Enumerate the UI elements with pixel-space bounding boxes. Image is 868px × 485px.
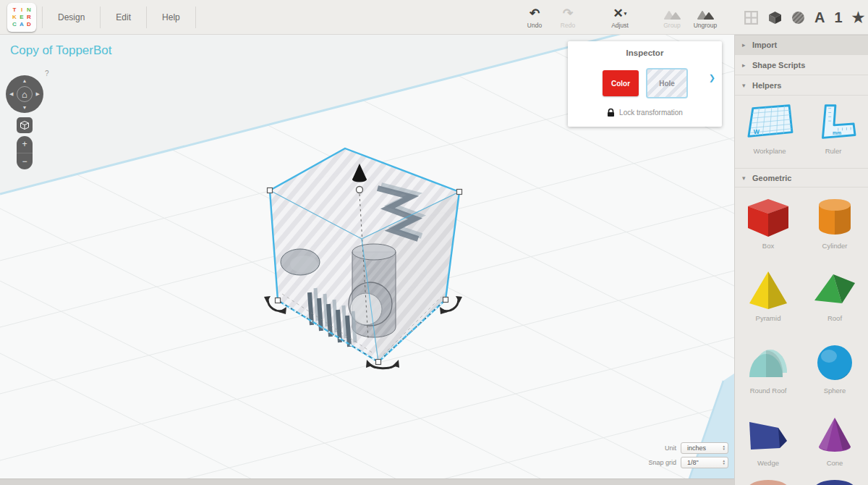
sidebar-section-import[interactable]: ▸ Import — [735, 35, 868, 55]
adjust-button[interactable]: ✕▾ Adjust — [603, 7, 637, 29]
menu-divider — [195, 7, 196, 28]
box-shape-icon — [742, 195, 794, 240]
top-bar: T I N K E R C A D Design Edit Help ↶ Und… — [0, 0, 868, 35]
height-handle[interactable] — [357, 187, 363, 193]
inspector-collapse-icon[interactable]: ❯ — [709, 73, 715, 83]
shape-label: Roof — [827, 314, 842, 322]
view-cube-button[interactable] — [17, 117, 33, 133]
toolbar: ↶ Undo ↷ Redo ✕▾ Adjust Group — [518, 0, 722, 35]
shape-label: Sphere — [824, 387, 846, 395]
shape-label: Round Roof — [750, 387, 787, 395]
3d-viewport[interactable]: Copy of TopperBot ▲ ▼ ◀ ▶ ⌂ ? + − Inspec… — [0, 35, 734, 485]
zoom-out-button[interactable]: − — [17, 153, 33, 170]
main-menu: Design Edit Help — [42, 0, 196, 35]
menu-design[interactable]: Design — [43, 0, 100, 35]
scale-handle[interactable] — [376, 360, 381, 365]
orbit-up-icon[interactable]: ▲ — [22, 78, 27, 83]
svg-text:mm: mm — [833, 130, 841, 135]
scale-handle[interactable] — [276, 298, 281, 303]
shape-label: Cylinder — [822, 242, 848, 250]
orbit-left-icon[interactable]: ◀ — [9, 91, 13, 97]
svg-text:W: W — [754, 128, 760, 135]
home-icon: ⌂ — [22, 89, 27, 100]
tinkercad-app: T I N K E R C A D Design Edit Help ↶ Und… — [0, 0, 868, 485]
ungroup-icon — [696, 7, 715, 21]
shape-item-box[interactable]: Box — [735, 190, 801, 263]
bottom-edge-bar — [0, 478, 734, 485]
sphere-shape-icon — [809, 340, 861, 384]
lock-transformation-toggle[interactable]: Lock transformation — [568, 108, 722, 117]
inspector-title: Inspector — [568, 48, 722, 57]
home-view-button[interactable]: ⌂ — [17, 86, 33, 102]
helper-label: Ruler — [825, 147, 842, 155]
cylinder-shape-icon — [809, 195, 861, 240]
ungroup-button[interactable]: Ungroup — [689, 7, 722, 29]
shape-label: Box — [762, 242, 774, 250]
helper-item-workplane[interactable]: W Workplane — [739, 101, 800, 168]
zoom-controls: + − — [17, 136, 33, 169]
undo-button[interactable]: ↶ Undo — [518, 7, 551, 29]
shape-item-partial[interactable] — [814, 480, 855, 485]
undo-icon: ↶ — [529, 7, 540, 21]
group-icon — [663, 7, 681, 21]
hole-swatch[interactable]: Hole — [646, 68, 688, 98]
orbit-down-icon[interactable]: ▼ — [22, 105, 27, 110]
shape-label: Pyramid — [756, 314, 781, 322]
menu-help[interactable]: Help — [147, 0, 195, 35]
shape-item-cone[interactable]: Cone — [801, 408, 868, 480]
geometric-category-icon[interactable] — [768, 11, 782, 25]
shape-row-partial — [735, 480, 868, 485]
inspector-panel: Inspector Color Hole ❯ Lock transformati… — [568, 41, 722, 127]
workplane-helper-icon: W — [743, 101, 796, 145]
wedge-shape-icon — [742, 412, 794, 457]
workplane-category-icon[interactable] — [744, 10, 759, 25]
letters-category-icon[interactable]: A — [814, 9, 825, 26]
lock-transformation-label: Lock transformation — [619, 109, 683, 117]
numbers-category-icon[interactable]: 1 — [834, 9, 842, 26]
snap-grid-select[interactable]: 1/8" ▲▼ — [681, 457, 728, 468]
chevron-right-icon: ▸ — [742, 41, 752, 48]
grid-settings: Unit inches ▲▼ Snap grid 1/8" ▲▼ — [648, 442, 728, 468]
rotate-handle-front[interactable] — [366, 360, 399, 368]
ungroup-label: Ungroup — [694, 22, 718, 29]
scale-handle[interactable] — [457, 190, 462, 195]
symbols-category-icon[interactable]: ★ — [852, 9, 865, 26]
sidebar-section-geometric[interactable]: ▾ Geometric — [735, 169, 868, 187]
scale-handle[interactable] — [268, 188, 273, 193]
color-swatch[interactable]: Color — [603, 70, 639, 96]
orbit-right-icon[interactable]: ▶ — [36, 91, 40, 97]
shape-item-partial[interactable] — [748, 480, 788, 485]
adjust-icon: ✕▾ — [613, 7, 627, 21]
logo-letter: R — [27, 14, 31, 20]
redo-button[interactable]: ↷ Redo — [551, 7, 584, 29]
logo-letter: I — [21, 7, 22, 13]
shape-item-roof[interactable]: Roof — [801, 263, 868, 335]
holes-category-icon[interactable] — [791, 11, 805, 25]
shape-item-cylinder[interactable]: Cylinder — [801, 190, 868, 263]
section-label: Import — [752, 41, 777, 49]
shape-item-pyramid[interactable]: Pyramid — [735, 263, 801, 335]
snap-grid-label: Snap grid — [648, 459, 676, 466]
help-mark[interactable]: ? — [45, 69, 49, 77]
caret-down-icon: ▾ — [624, 7, 627, 20]
design-title: Copy of TopperBot — [10, 43, 112, 58]
helper-item-ruler[interactable]: mm Ruler — [803, 101, 864, 168]
sidebar-section-helpers[interactable]: ▾ Helpers — [735, 75, 868, 96]
orbit-pad[interactable]: ▲ ▼ ◀ ▶ ⌂ — [6, 75, 43, 113]
shape-item-sphere[interactable]: Sphere — [801, 335, 868, 408]
adjust-label: Adjust — [611, 22, 629, 29]
helper-label: Workplane — [753, 147, 786, 155]
group-button[interactable]: Group — [655, 7, 689, 29]
unit-select[interactable]: inches ▲▼ — [681, 442, 728, 454]
dropdown-stepper-icon: ▲▼ — [723, 460, 726, 465]
scale-handle[interactable] — [443, 298, 448, 303]
shape-item-round-roof[interactable]: Round Roof — [735, 335, 801, 408]
shape-item-wedge[interactable]: Wedge — [735, 408, 801, 480]
section-label: Shape Scripts — [752, 61, 805, 69]
ruler-helper-icon: mm — [807, 101, 860, 145]
zoom-in-button[interactable]: + — [17, 136, 33, 153]
tinkercad-logo[interactable]: T I N K E R C A D — [7, 3, 36, 32]
sidebar-section-shape-scripts[interactable]: ▸ Shape Scripts — [735, 55, 868, 75]
menu-edit[interactable]: Edit — [101, 0, 146, 35]
redo-label: Redo — [561, 22, 575, 29]
